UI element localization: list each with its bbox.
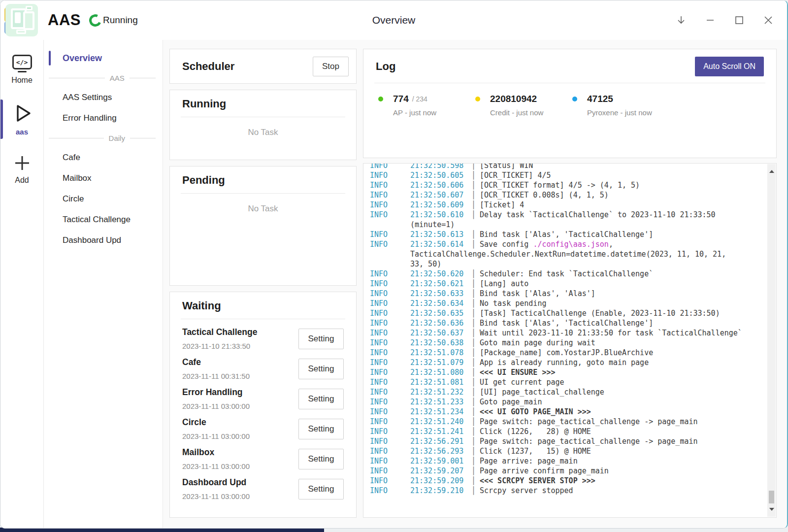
log-time: 21:32:50.620 [410, 269, 471, 279]
rail-item-home[interactable]: </> Home [0, 51, 43, 89]
log-line: INFO21:32:50.638│Goto main page during w… [370, 338, 766, 348]
nav-item-tactical-challenge[interactable]: Tactical Challenge [44, 209, 163, 230]
stop-button[interactable]: Stop [313, 57, 349, 76]
log-separator: │ [471, 289, 480, 299]
nav-item-dashboard-upd[interactable]: Dashboard Upd [44, 230, 163, 251]
nav-item-error-handling[interactable]: Error Handling [44, 108, 163, 129]
log-message: <<< SCRCPY SERVER STOP >>> [480, 476, 595, 486]
log-time: 21:32:50.609 [410, 200, 471, 210]
log-message: Scheduler: End task `TacticalChallenge` [480, 269, 653, 279]
log-level: INFO [370, 200, 410, 210]
app-window: AAS Running Overview </> [0, 0, 788, 529]
waiting-task-cafe: Cafe2023-11-11 00:31:50Setting [182, 354, 344, 384]
log-line: INFO21:32:50.637│Wait until 2023-11-10 2… [370, 328, 766, 338]
rail-item-label: Add [15, 176, 29, 185]
stat-dot-icon [378, 97, 383, 101]
task-setting-button[interactable]: Setting [298, 419, 344, 439]
log-level: INFO [370, 318, 410, 328]
log-time: 21:32:50.613 [410, 230, 471, 239]
log-line: INFO21:32:50.620│Scheduler: End task `Ta… [370, 269, 766, 279]
arrow-down-icon[interactable] [675, 14, 687, 26]
log-separator: │ [471, 338, 480, 348]
log-separator: │ [471, 279, 480, 289]
log-separator: │ [471, 269, 480, 279]
task-setting-button[interactable]: Setting [298, 359, 344, 379]
log-time: 21:32:50.633 [410, 289, 471, 299]
nav-item-mailbox[interactable]: Mailbox [44, 168, 163, 189]
scrollbar-thumb[interactable] [769, 491, 774, 503]
log-separator: │ [471, 446, 480, 456]
waiting-title: Waiting [182, 299, 221, 312]
task-name: Cafe [182, 357, 250, 367]
log-level: INFO [370, 377, 410, 387]
running-empty-text: No Task [170, 128, 356, 137]
task-next-run: 2023-11-11 00:31:50 [182, 372, 250, 380]
log-time: 21:32:56.293 [410, 446, 471, 456]
nav-item-overview[interactable]: Overview [44, 48, 163, 68]
nav-item-aas-settings[interactable]: AAS Settings [44, 87, 163, 108]
log-level: INFO [370, 367, 410, 377]
auto-scroll-button[interactable]: Auto Scroll ON [695, 57, 764, 76]
running-card: Running No Task [169, 90, 357, 160]
log-level: INFO [370, 239, 410, 249]
log-message: No task pending [480, 299, 546, 308]
log-separator: │ [471, 190, 480, 200]
log-separator: │ [471, 210, 480, 220]
nav-item-cafe[interactable]: Cafe [44, 147, 163, 168]
log-scrollbar[interactable] [767, 164, 776, 517]
stat-ap: 774/ 234AP - just now [378, 94, 475, 117]
log-level: INFO [370, 299, 410, 308]
rail-item-label: aas [16, 128, 28, 136]
rail-item-add[interactable]: Add [0, 150, 43, 189]
task-setting-button[interactable]: Setting [298, 389, 344, 409]
log-line: INFO21:32:50.633│Bind task ['Alas', 'Ala… [370, 289, 766, 299]
active-indicator [49, 51, 51, 66]
task-next-run: 2023-11-11 03:00:00 [182, 432, 250, 440]
close-icon[interactable] [762, 14, 774, 26]
task-info: Mailbox2023-11-11 03:00:00 [182, 447, 250, 470]
log-time: 21:32:50.598 [410, 163, 471, 170]
task-setting-button[interactable]: Setting [298, 449, 344, 469]
task-next-run: 2023-11-11 03:00:00 [182, 402, 250, 410]
task-info: Tactical Challenge2023-11-10 21:33:50 [182, 327, 257, 350]
task-info: Dashboard Upd2023-11-11 03:00:00 [182, 477, 250, 500]
log-message: Page switch: page_tactical_challenge -> … [480, 417, 698, 427]
log-time: 21:32:50.606 [410, 180, 471, 190]
log-header-card: Log Auto Scroll ON 774/ 234AP - just now… [363, 49, 777, 158]
log-message: Bind task ['Alas', 'TacticalChallenge'] [480, 230, 653, 239]
scrollbar-down-arrow-icon[interactable] [767, 506, 776, 513]
scrollbar-up-arrow-icon[interactable] [767, 168, 776, 175]
task-setting-button[interactable]: Setting [298, 479, 344, 499]
log-viewer: INFO21:32:50.598│[Status] WININFO21:32:5… [363, 163, 777, 518]
stat-label: Pyroxene - just now [587, 108, 669, 117]
task-setting-button[interactable]: Setting [298, 329, 344, 349]
minimize-icon[interactable] [704, 14, 716, 26]
log-message: [UI] page_tactical_challenge [480, 387, 604, 397]
task-next-run: 2023-11-11 03:00:00 [182, 462, 250, 470]
log-time: 21:32:50.607 [410, 190, 471, 200]
log-separator: │ [471, 230, 480, 239]
log-message: 33, 50) [410, 259, 441, 269]
titlebar: AAS Running Overview [0, 0, 787, 40]
log-line: INFO21:32:50.621│[Lang] auto [370, 279, 766, 289]
log-level: INFO [370, 466, 410, 476]
nav-item-circle[interactable]: Circle [44, 189, 163, 209]
running-spinner-icon [87, 12, 103, 28]
rail-item-aas[interactable]: aas [0, 99, 43, 140]
app-logo-icon [5, 4, 38, 36]
log-line: INFO21:32:51.241│Click (1226, 28) @ HOME [370, 427, 766, 436]
stat-value: 774 [393, 94, 409, 104]
log-line: INFO21:32:51.234│<<< UI GOTO PAGE_MAIN >… [370, 407, 766, 417]
log-line: INFO21:32:51.078│[Package_name] com.Yost… [370, 348, 766, 358]
log-time: 21:32:51.079 [410, 358, 471, 367]
nav-divider-label: AAS [110, 74, 125, 82]
log-line-continuation: (minute=1) [370, 220, 766, 230]
log-time: 21:32:59.210 [410, 486, 471, 496]
log-message: UI get current page [480, 377, 564, 387]
log-title: Log [376, 60, 395, 73]
maximize-icon[interactable] [733, 14, 745, 26]
log-separator: │ [471, 367, 480, 377]
nav-divider-label: Daily [109, 134, 125, 142]
log-level: INFO [370, 163, 410, 170]
log-separator: │ [471, 358, 480, 367]
